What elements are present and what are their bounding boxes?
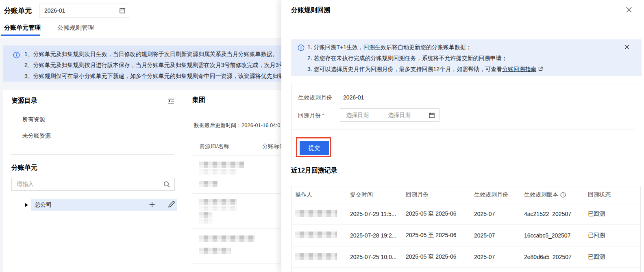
record-cell-version: 16ccabc5_202507 xyxy=(524,232,588,239)
tabbar: 分账单元管理 公摊规则管理 xyxy=(0,22,281,38)
record-row: 2025-07-25 10:0...2025-05 至 2025-062025-… xyxy=(292,246,640,268)
record-cell-effective-month: 2025-07 xyxy=(474,232,524,239)
tree-expand-caret-icon[interactable] xyxy=(25,203,28,207)
col-status: 回溯状态 xyxy=(588,191,640,199)
backtrack-drawer: 分账规则回溯 1. 分账回溯T+1生效，回溯生效后将自动更新您的分账账单数据； … xyxy=(281,0,644,272)
record-cell-backtrack-month: 2025-05 至 2025-06 xyxy=(406,232,474,239)
active-tab-underline xyxy=(1,35,40,36)
allocation-unit-title: 分账单元 xyxy=(11,164,37,172)
effective-month-value: 2026-01 xyxy=(343,94,364,101)
col-version: 生效规则版本 xyxy=(524,191,588,199)
record-cell-version: 2e80d6a5_202507 xyxy=(524,254,588,260)
month-picker[interactable]: 2026-01 xyxy=(39,4,130,17)
screen: 分账单元 2026-01 分账单元管理 公摊规则管理 1、分账单元及归集规则次日… xyxy=(0,0,644,272)
records-table: 操作人 提交时间 回溯月份 生效规则月份 生效规则版本 回溯状态 2025-07… xyxy=(291,186,641,272)
backtrack-guide-link[interactable]: 分账回溯指南 xyxy=(502,66,536,72)
external-link-icon[interactable] xyxy=(538,66,543,71)
form-divider xyxy=(292,130,635,130)
page-title: 分账单元 xyxy=(4,6,32,15)
vertical-divider xyxy=(184,90,184,272)
record-cell-version: 4ac21522_202507 xyxy=(524,211,588,217)
redacted-block xyxy=(295,210,337,217)
drawer-notice: 1. 分账回溯T+1生效，回溯生效后将自动更新您的分账账单数据； 2. 若您存在… xyxy=(291,39,642,76)
resource-catalog-title: 资源目录 xyxy=(11,97,37,105)
record-cell-backtrack-month: 2025-05 至 2025-06 xyxy=(406,210,474,218)
redacted-block xyxy=(295,231,337,238)
col-version-label: 生效规则版本 xyxy=(524,191,558,199)
redacted-block xyxy=(199,162,244,168)
calendar-icon xyxy=(119,7,126,14)
record-cell-backtrack-month: 2025-05 至 2025-06 xyxy=(406,253,474,261)
tree-item-label: 总公司 xyxy=(35,201,52,209)
submit-button[interactable]: 提交 xyxy=(300,141,329,155)
search-icon[interactable] xyxy=(163,181,170,188)
info-icon xyxy=(298,44,305,51)
redacted-block xyxy=(199,199,237,205)
records-body: 2025-07-29 11:5...2025-05 至 2025-062025-… xyxy=(292,203,640,268)
drawer-close-icon[interactable] xyxy=(625,6,633,13)
record-cell-operator-redacted xyxy=(295,210,350,218)
unit-search-input[interactable]: 请输入 xyxy=(11,178,175,191)
tab-shared-rule-management[interactable]: 公摊规则管理 xyxy=(57,24,94,32)
date-start-placeholder[interactable]: 选择日期 xyxy=(346,112,388,119)
records-table-header: 操作人 提交时间 回溯月份 生效规则月份 生效规则版本 回溯状态 xyxy=(292,186,640,203)
column-header-resource-id: 资源ID/名称 xyxy=(199,143,229,150)
record-cell-submit-time: 2025-07-28 19:2... xyxy=(350,232,406,239)
last-update-value: 2026-01-16 04:0 xyxy=(242,122,280,128)
divider xyxy=(11,154,174,155)
redacted-block xyxy=(199,235,255,242)
required-asterisk: * xyxy=(322,112,324,119)
notice-line: 2. 若您存在未执行完成的分账规则回溯任务，系统将不允许提交新的回溯申请； xyxy=(307,53,625,64)
col-backtrack-month: 回溯月份 xyxy=(406,191,474,199)
record-cell-status: 已回溯 xyxy=(588,253,640,261)
tab-unit-management[interactable]: 分账单元管理 xyxy=(4,24,41,32)
redacted-block xyxy=(199,248,231,254)
backtrack-form: 生效规则月份 2026-01 回溯月份* 选择日期 选择日期 提交 xyxy=(291,84,641,161)
record-cell-operator-redacted xyxy=(295,253,350,261)
notice-line-prefix: 3. 您可以选择历史月作为回溯月份，最多支持回溯12个月，如需帮助，可查看 xyxy=(307,66,502,72)
date-end-placeholder[interactable]: 选择日期 xyxy=(388,112,429,119)
catalog-item-all-resources[interactable]: 所有资源 xyxy=(22,116,45,123)
notice-line: 3. 您可以选择历史月作为回溯月份，最多支持回溯12个月，如需帮助，可查看分账回… xyxy=(307,64,625,75)
record-cell-operator-redacted xyxy=(295,231,350,240)
drawer-header-divider xyxy=(281,23,644,23)
record-row: 2025-07-28 19:2...2025-05 至 2025-062025-… xyxy=(292,225,640,246)
collapse-panel-icon[interactable] xyxy=(167,97,175,105)
unit-tree-row: 总公司 xyxy=(3,199,182,211)
last-update-time: 数据最后更新时间：2026-01-16 04:0 xyxy=(194,122,280,129)
record-cell-effective-month: 2025-07 xyxy=(474,211,524,217)
edit-unit-icon[interactable] xyxy=(168,201,176,209)
notice-close-icon[interactable] xyxy=(624,44,630,50)
redacted-block xyxy=(199,212,212,218)
redacted-block xyxy=(199,219,213,224)
redacted-block xyxy=(199,181,218,187)
drawer-title: 分账规则回溯 xyxy=(291,6,330,15)
col-effective-month: 生效规则月份 xyxy=(474,191,524,199)
backtrack-month-label: 回溯月份* xyxy=(298,112,324,119)
redacted-block xyxy=(199,169,237,175)
version-info-icon[interactable] xyxy=(560,192,566,198)
record-cell-effective-month: 2025-07 xyxy=(474,254,524,260)
record-cell-status: 已回溯 xyxy=(588,232,640,239)
record-row: 2025-07-29 11:5...2025-05 至 2025-062025-… xyxy=(292,203,640,225)
calendar-icon[interactable] xyxy=(429,112,435,119)
col-operator: 操作人 xyxy=(295,191,350,199)
redacted-block xyxy=(199,206,237,211)
catalog-item-unallocated-resources[interactable]: 未分账资源 xyxy=(22,132,51,140)
backtrack-month-range-picker[interactable]: 选择日期 选择日期 xyxy=(340,108,439,122)
record-cell-submit-time: 2025-07-25 10:0... xyxy=(350,254,406,260)
annotation-highlight-box: 提交 xyxy=(296,137,331,157)
redacted-block xyxy=(295,253,337,260)
last-update-label: 数据最后更新时间： xyxy=(194,122,242,128)
search-placeholder: 请输入 xyxy=(17,181,163,188)
effective-month-label: 生效规则月份 xyxy=(298,94,332,101)
group-panel-title: 集团 xyxy=(192,96,205,104)
month-picker-value: 2026-01 xyxy=(44,7,119,14)
record-cell-submit-time: 2025-07-29 11:5... xyxy=(350,211,406,217)
records-title: 近12月回溯记录 xyxy=(291,166,337,175)
backtrack-month-label-text: 回溯月份 xyxy=(298,112,321,119)
col-submit-time: 提交时间 xyxy=(350,191,406,199)
record-cell-status: 已回溯 xyxy=(588,210,640,218)
add-unit-icon[interactable] xyxy=(148,201,156,209)
notice-line: 1. 分账回溯T+1生效，回溯生效后将自动更新您的分账账单数据； xyxy=(307,42,625,53)
